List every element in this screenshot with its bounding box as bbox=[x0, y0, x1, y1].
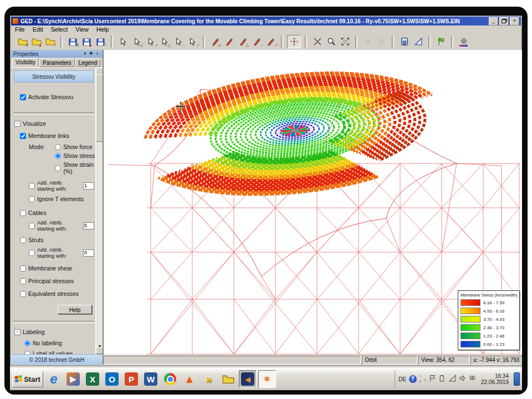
vlc-icon[interactable]: ▲ bbox=[181, 370, 198, 388]
struts-add-attrib-input[interactable] bbox=[29, 250, 35, 256]
label-all-radio-row[interactable]: Label all values bbox=[24, 350, 95, 354]
flag-icon[interactable] bbox=[434, 35, 447, 48]
zoom-icon[interactable] bbox=[325, 35, 337, 48]
struts-input[interactable] bbox=[20, 237, 26, 243]
membrane-shear-checkbox[interactable]: Membrane shear bbox=[20, 265, 95, 272]
file-manager-icon[interactable] bbox=[219, 370, 237, 388]
show-force-radio[interactable] bbox=[55, 144, 61, 150]
draw-point-icon[interactable]: ◇ bbox=[209, 35, 222, 48]
struts-checkbox[interactable]: Struts bbox=[20, 237, 95, 243]
menu-view[interactable]: View bbox=[71, 26, 93, 33]
collapse-icon[interactable]: − bbox=[14, 329, 21, 335]
settings-gear-icon[interactable] bbox=[457, 35, 470, 48]
panel-dropdown-icon[interactable]: ▾ bbox=[82, 51, 88, 57]
technet-star-icon[interactable]: ✶ bbox=[258, 370, 276, 388]
mode-show-force[interactable]: Show force bbox=[55, 144, 95, 150]
membrane-links-checkbox[interactable]: Membrane links bbox=[20, 132, 95, 139]
language-indicator[interactable]: DE bbox=[398, 376, 406, 382]
struts-add-attrib-checkbox[interactable]: Add. Attrib. starting with: bbox=[29, 247, 94, 259]
membrane-add-attrib-input[interactable] bbox=[29, 183, 35, 189]
draw-triangle-icon[interactable]: △ bbox=[237, 35, 249, 48]
outlook-icon[interactable]: O bbox=[103, 370, 121, 388]
powerpoint-icon[interactable]: P bbox=[122, 370, 140, 388]
ie-icon[interactable]: e bbox=[45, 370, 63, 388]
draw-quad-icon[interactable]: ▫ bbox=[250, 35, 263, 48]
cables-input[interactable] bbox=[20, 210, 26, 216]
save-hash-icon[interactable]: # bbox=[66, 35, 79, 48]
volume-tray-icon[interactable] bbox=[459, 374, 466, 384]
menu-edit[interactable]: Edit bbox=[29, 26, 47, 33]
membrane-links-input[interactable] bbox=[20, 133, 26, 139]
ignore-t-checkbox[interactable]: Ignore T elements bbox=[29, 196, 95, 202]
zoom-fit-icon[interactable] bbox=[339, 35, 351, 48]
activate-stressvu-checkbox[interactable]: Activate Stressvu bbox=[20, 94, 95, 100]
flag-tray-icon[interactable] bbox=[429, 374, 436, 384]
minimize-button[interactable]: _ bbox=[489, 17, 498, 25]
activate-stressvu-input[interactable] bbox=[20, 94, 26, 100]
show-desktop-button[interactable] bbox=[514, 372, 520, 386]
collapse-icon[interactable]: − bbox=[14, 121, 21, 127]
calculator-icon[interactable] bbox=[398, 35, 411, 48]
help-button[interactable]: Help bbox=[58, 305, 92, 314]
tab-visibility[interactable]: Visibility bbox=[12, 58, 39, 67]
open-result-icon[interactable]: ▫ bbox=[44, 35, 57, 48]
show-stress-radio[interactable] bbox=[55, 153, 61, 159]
select-edge-cursor-icon[interactable]: ∕ bbox=[186, 35, 199, 48]
save-result-icon[interactable]: ▫ bbox=[94, 35, 107, 48]
draw-edge-icon[interactable]: ∕ bbox=[264, 35, 277, 48]
battery-tray-icon[interactable] bbox=[439, 374, 446, 384]
excel-icon[interactable]: X bbox=[84, 370, 101, 388]
chrome-icon[interactable] bbox=[161, 370, 179, 388]
open-load-icon[interactable]: ▲ bbox=[30, 35, 43, 48]
tab-legend[interactable]: Legend bbox=[75, 59, 100, 67]
orbit-tool-icon[interactable] bbox=[287, 35, 301, 48]
panel-title-bar[interactable]: Properties ▾ ✚ × bbox=[11, 50, 103, 58]
restore-button[interactable] bbox=[499, 17, 509, 25]
membrane-shear-input[interactable] bbox=[20, 265, 26, 272]
open-hash-icon[interactable]: # bbox=[16, 35, 29, 48]
menu-select[interactable]: Select bbox=[47, 26, 72, 33]
cables-add-attrib-checkbox[interactable]: Add. Attrib. starting with: bbox=[29, 219, 94, 232]
model-canvas[interactable]: Membrane Stress (force/width) 6.16 - 7.3… bbox=[103, 50, 522, 356]
word-icon[interactable]: W bbox=[142, 370, 160, 388]
menu-file[interactable]: File bbox=[11, 26, 29, 33]
menu-help[interactable]: Help bbox=[93, 26, 113, 33]
save-load-icon[interactable]: ▲ bbox=[80, 35, 93, 48]
start-button[interactable]: Start bbox=[12, 371, 43, 387]
panel-pin-icon[interactable]: ✚ bbox=[88, 51, 94, 57]
struts-attrib-value-field[interactable] bbox=[83, 249, 94, 257]
measure-triangle-icon[interactable] bbox=[412, 35, 424, 48]
zoom-target-icon[interactable] bbox=[311, 35, 324, 48]
draw-line-icon[interactable] bbox=[223, 35, 236, 48]
title-bar[interactable]: GED - E:\Synch\Archiv\Scia Usercontest 2… bbox=[11, 17, 521, 25]
no-labeling-radio[interactable] bbox=[24, 340, 30, 346]
membrane-add-attrib-checkbox[interactable]: Add. Attrib. starting with: bbox=[29, 180, 94, 192]
tab-parameters[interactable]: Parameters bbox=[39, 59, 75, 67]
panel-scrollbar[interactable] bbox=[95, 68, 103, 354]
equivalent-stresses-checkbox[interactable]: Equivalent stresses bbox=[20, 290, 95, 297]
select-cursor-icon[interactable] bbox=[117, 35, 130, 48]
principal-stresses-input[interactable] bbox=[20, 278, 26, 284]
cables-add-attrib-input[interactable] bbox=[29, 223, 35, 229]
visualize-group[interactable]: − Visualize bbox=[14, 120, 95, 127]
labeling-group[interactable]: − Labeling bbox=[14, 329, 95, 335]
cables-checkbox[interactable]: Cables bbox=[20, 209, 95, 216]
no-labeling-radio-row[interactable]: No labeling bbox=[24, 340, 95, 346]
network-tray-icon[interactable] bbox=[449, 374, 456, 384]
scroll-thumb[interactable] bbox=[96, 74, 103, 142]
select-line-cursor-icon[interactable]: ∕ bbox=[145, 35, 157, 48]
mode-show-stress[interactable]: Show stress bbox=[55, 152, 95, 159]
mode-show-strain[interactable]: Show strain (%) bbox=[55, 161, 95, 175]
principal-stresses-checkbox[interactable]: Principal stresses bbox=[20, 278, 95, 284]
select-quad-cursor-icon[interactable]: ▫ bbox=[172, 35, 185, 48]
media-player-icon[interactable]: ▶ bbox=[64, 370, 82, 388]
show-strain-radio[interactable] bbox=[55, 165, 61, 171]
select-point-cursor-icon[interactable]: ◇ bbox=[131, 35, 144, 48]
select-triangle-cursor-icon[interactable]: △ bbox=[158, 35, 171, 48]
app-tray-icon[interactable] bbox=[469, 374, 476, 384]
panel-close-icon[interactable]: × bbox=[94, 51, 100, 57]
equivalent-stresses-input[interactable] bbox=[20, 291, 26, 297]
cables-attrib-value-field[interactable] bbox=[83, 222, 94, 229]
scroll-down-icon[interactable] bbox=[96, 347, 103, 354]
ignore-t-input[interactable] bbox=[29, 196, 35, 202]
